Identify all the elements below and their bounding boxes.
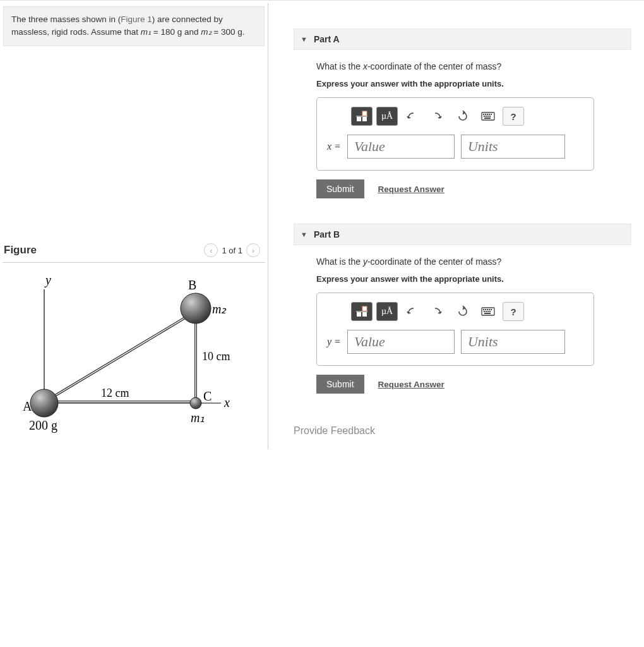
request-answer-a[interactable]: Request Answer xyxy=(378,184,444,194)
svg-rect-21 xyxy=(484,116,485,117)
answer-box-b: µÅ ? y = xyxy=(316,293,594,366)
svg-rect-20 xyxy=(491,114,492,115)
figure-next-button[interactable]: › xyxy=(246,243,260,257)
svg-rect-37 xyxy=(486,311,487,312)
templates-button[interactable] xyxy=(351,302,373,321)
request-answer-b[interactable]: Request Answer xyxy=(378,380,444,389)
axis-x-label: x xyxy=(224,396,230,409)
chevron-down-icon: ▼ xyxy=(301,35,307,43)
svg-rect-28 xyxy=(362,312,367,317)
part-b-question: What is the y-coordinate of the center o… xyxy=(316,257,625,267)
keyboard-button[interactable] xyxy=(477,107,499,126)
point-a-label: A xyxy=(23,399,32,413)
value-input-b[interactable] xyxy=(347,330,455,354)
redo-button[interactable] xyxy=(427,107,448,126)
m1-symbol: m₁ xyxy=(141,27,151,37)
problem-statement: The three masses shown in (Figure 1) are… xyxy=(3,6,265,46)
submit-button-b[interactable]: Submit xyxy=(316,375,364,394)
mass-a-value: 200 g xyxy=(29,418,57,433)
part-a-header[interactable]: ▼ Part A xyxy=(294,28,631,50)
svg-rect-34 xyxy=(489,309,490,310)
length-bc: 10 cm xyxy=(202,350,230,363)
axis-y-label: y xyxy=(44,273,51,287)
part-a-question: What is the x-coordinate of the center o… xyxy=(316,61,625,71)
figure-diagram: y x A B C m₂ m₁ 200 g 12 cm 10 cm xyxy=(0,268,268,449)
undo-button[interactable] xyxy=(402,302,423,321)
units-input-b[interactable] xyxy=(461,330,565,354)
svg-rect-39 xyxy=(489,311,491,312)
mass-c-label: m₁ xyxy=(191,411,205,425)
part-b-header[interactable]: ▼ Part B xyxy=(294,224,631,245)
svg-point-8 xyxy=(30,389,58,417)
svg-rect-36 xyxy=(484,311,485,312)
figure-prev-button[interactable]: ‹ xyxy=(204,243,218,257)
svg-point-10 xyxy=(190,397,201,409)
answer-box-a: µÅ ? x = xyxy=(316,97,594,171)
svg-rect-22 xyxy=(486,116,487,117)
svg-rect-31 xyxy=(483,309,484,310)
part-a-title: Part A xyxy=(314,34,340,44)
mass-b-label: m₂ xyxy=(212,302,227,316)
svg-rect-33 xyxy=(487,309,488,310)
undo-button[interactable] xyxy=(402,107,423,126)
part-b-instruction: Express your answer with the appropriate… xyxy=(316,274,625,284)
part-b-title: Part B xyxy=(314,229,340,239)
part-a-instruction: Express your answer with the appropriate… xyxy=(316,79,625,88)
svg-rect-19 xyxy=(489,114,490,115)
help-button[interactable]: ? xyxy=(503,107,524,126)
svg-rect-35 xyxy=(491,309,492,310)
svg-rect-11 xyxy=(362,111,367,116)
point-c-label: C xyxy=(203,389,212,403)
redo-button[interactable] xyxy=(427,302,448,321)
figure-counter: 1 of 1 xyxy=(222,246,242,255)
var-label-a: x = xyxy=(327,141,341,152)
units-input-a[interactable] xyxy=(461,135,565,159)
reset-button[interactable] xyxy=(452,107,474,126)
svg-rect-24 xyxy=(489,116,491,117)
svg-rect-27 xyxy=(357,312,361,317)
svg-rect-18 xyxy=(487,114,488,115)
point-b-label: B xyxy=(188,278,196,292)
svg-point-9 xyxy=(181,293,211,324)
svg-rect-13 xyxy=(362,117,367,121)
m2-symbol: m₂ xyxy=(201,27,211,37)
svg-rect-12 xyxy=(357,117,361,121)
provide-feedback-link[interactable]: Provide Feedback xyxy=(294,425,631,437)
svg-rect-26 xyxy=(362,306,367,311)
keyboard-button[interactable] xyxy=(477,302,499,321)
svg-rect-25 xyxy=(484,118,491,119)
help-button[interactable]: ? xyxy=(503,302,524,321)
svg-rect-16 xyxy=(483,114,484,115)
reset-button[interactable] xyxy=(452,302,474,321)
chevron-down-icon: ▼ xyxy=(301,231,307,238)
value-input-a[interactable] xyxy=(347,135,455,159)
var-label-b: y = xyxy=(327,336,341,348)
length-ac: 12 cm xyxy=(101,387,129,399)
svg-rect-17 xyxy=(485,114,486,115)
svg-rect-23 xyxy=(487,116,489,117)
svg-rect-38 xyxy=(487,311,489,312)
units-button[interactable]: µÅ xyxy=(376,302,398,321)
figure-link[interactable]: Figure 1 xyxy=(121,15,152,24)
templates-button[interactable] xyxy=(351,107,373,126)
units-button[interactable]: µÅ xyxy=(376,107,398,126)
submit-button-a[interactable]: Submit xyxy=(316,179,364,198)
figure-title: Figure xyxy=(4,244,37,257)
problem-text-pre: The three masses shown in ( xyxy=(11,15,121,24)
svg-rect-32 xyxy=(485,309,486,310)
svg-rect-40 xyxy=(484,313,491,314)
